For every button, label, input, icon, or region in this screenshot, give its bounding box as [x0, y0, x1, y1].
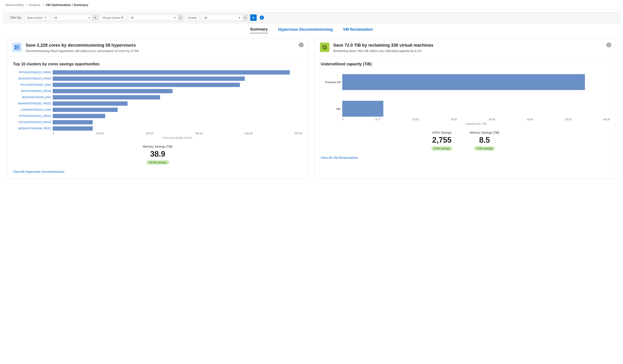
chart-bar-row: RTP/HOSTING031_PROD	[13, 114, 302, 118]
chart-bar-label[interactable]: MUN/HOSTING001_PROD	[13, 102, 51, 105]
chart-bar	[53, 70, 290, 75]
chart-bar	[53, 95, 160, 100]
breadcrumb-item[interactable]: Observability	[5, 3, 24, 7]
metric-value: 38.9	[143, 150, 173, 159]
breadcrumb: Observability / Analyze / VM Optimizatio…	[0, 0, 623, 10]
tab-summary[interactable]: Summary	[250, 26, 267, 33]
filter-value-cluster[interactable]: All▾	[201, 15, 243, 21]
tab-vm-reclamation[interactable]: VM Reclamation	[343, 26, 373, 33]
chart-bar-row: LON/HOSTING023_ENG	[13, 108, 302, 112]
close-icon: ×	[94, 16, 96, 19]
svg-point-4	[301, 44, 302, 45]
tab-hypervisor-decommissioning[interactable]: Hypervisor Decommissioning	[278, 26, 333, 33]
card-settings-button[interactable]	[606, 42, 611, 47]
axis-tick: 68.36	[603, 118, 610, 122]
question-icon: ?	[261, 16, 263, 19]
card-title: Save 72.0 TiB by reclaiming 336 virtual …	[333, 42, 433, 48]
metric-label: vCPU Savings	[431, 131, 452, 134]
card-subtitle: Reclaiming these VMs will reduce your al…	[333, 49, 433, 53]
x-axis-label: hosts.cpu.savings (cores)	[53, 136, 302, 139]
server-icon	[12, 42, 22, 52]
filter-value-virtualcenterip[interactable]: All▾	[128, 15, 178, 21]
chart-bar-track	[53, 70, 302, 75]
chart-bar-track	[53, 120, 302, 124]
axis-tick: 400.00	[245, 132, 253, 136]
axis-tick: 0	[53, 132, 54, 136]
filter-remove-virtualcenterip[interactable]: ×	[178, 15, 183, 21]
breadcrumb-item[interactable]: Analyze	[29, 3, 40, 7]
chart-bar-label[interactable]: RTP/HOSTING013_PROD	[13, 71, 51, 74]
chart-bar-track	[53, 77, 302, 81]
chart-bar-track	[342, 101, 610, 117]
metric-badge: 26.8% savings	[146, 160, 169, 165]
metric-label: Memory Savings (TiB)	[470, 131, 499, 134]
chart-bar-label[interactable]: BOS/HOSTING023_PROD	[13, 77, 51, 80]
chart-bar-label[interactable]: SF/HOSTING003_PROD	[13, 90, 51, 93]
close-icon: ×	[245, 16, 246, 19]
metric-label: Memory Savings (TiB)	[143, 145, 173, 148]
chart-bar-row: NYC/HOSTING007_ENG	[13, 83, 302, 87]
chart-bar-row: NYC/HOSTING015_PROD	[13, 120, 302, 124]
svg-rect-5	[323, 45, 326, 48]
metric-value: 8.5	[470, 136, 499, 145]
help-button[interactable]: ?	[260, 16, 264, 20]
gear-icon	[606, 42, 611, 47]
chart-bar-label[interactable]: RTP/HOSTING031_PROD	[13, 115, 51, 118]
metric-badge: 9.0% savings	[431, 146, 452, 151]
plus-icon: +	[252, 16, 254, 20]
view-all-hypervisors-link[interactable]: View All Hypervisor Decommissions	[13, 170, 64, 173]
chart-bar-label[interactable]: NYC/HOSTING007_ENG	[13, 83, 51, 86]
x-axis-label: capacity.total (TiB)	[342, 122, 610, 125]
filter-key-virtualcenterip[interactable]: Virtual Center IP	[100, 15, 126, 21]
svg-rect-6	[324, 46, 327, 49]
chart-bar	[53, 89, 173, 93]
chart-bar	[53, 108, 118, 112]
chart-bar-label: Idle	[321, 107, 340, 110]
chart-bar-track	[53, 95, 302, 100]
svg-point-2	[16, 46, 16, 46]
chart-bar-row: BOS/HOSTING008_PROD	[13, 126, 302, 131]
axis-tick: 200.00	[145, 132, 153, 136]
chart-bar	[342, 74, 585, 90]
chart-bar-label[interactable]: BOS/HOSTING05_ENG	[13, 96, 51, 99]
x-axis: 0100.00200.00300.00400.00500.00	[53, 132, 302, 136]
tab-bar: Summary Hypervisor Decommissioning VM Re…	[0, 23, 623, 35]
caret-down-icon: ▾	[239, 16, 240, 19]
chart-bar	[53, 126, 93, 131]
metric-badge: 7.9% savings	[474, 146, 495, 151]
filter-key-cluster[interactable]: Cluster	[185, 15, 200, 21]
card-settings-button[interactable]	[299, 42, 304, 47]
chart-title: Underutilized capacity (TiB)	[321, 62, 610, 66]
chart-bar-label[interactable]: NYC/HOSTING015_PROD	[13, 121, 51, 124]
filter-value-datacenter[interactable]: All▾	[51, 15, 92, 21]
chart-bar-row: SF/HOSTING003_PROD	[13, 89, 302, 93]
chart-capacity: Powered OffIdle	[321, 70, 610, 117]
axis-tick: 58.59	[565, 118, 572, 122]
breadcrumb-current: VM Optimization / Summary	[45, 3, 88, 7]
filter-key-datacenter[interactable]: Data Center	[24, 15, 49, 21]
card-hypervisor-savings: Save 2,228 cores by decommissioning 58 h…	[7, 38, 309, 179]
chart-bar-label[interactable]: BOS/HOSTING008_PROD	[13, 127, 51, 130]
add-filter-button[interactable]: +	[250, 14, 257, 21]
chart-bar	[53, 101, 128, 106]
filter-remove-datacenter[interactable]: ×	[92, 15, 98, 21]
x-axis: 09.7719.5329.3039.0648.8358.5968.36	[342, 118, 610, 122]
view-all-reclamations-link[interactable]: View All VM Reclamations	[321, 156, 358, 160]
chart-bar-row: RTP/HOSTING013_PROD	[13, 70, 302, 75]
chart-title: Top 10 clusters by cores savings opportu…	[13, 62, 302, 66]
filter-remove-cluster[interactable]: ×	[243, 15, 248, 21]
axis-tick: 0	[342, 118, 344, 122]
chart-bar-track	[53, 126, 302, 131]
chart-bar	[53, 120, 93, 124]
card-title: Save 2,228 cores by decommissioning 58 h…	[26, 42, 139, 48]
axis-tick: 100.00	[96, 132, 104, 136]
chart-bar-label[interactable]: LON/HOSTING023_ENG	[13, 108, 51, 111]
chart-bar-row: BOS/HOSTING023_PROD	[13, 77, 302, 81]
chart-bar	[53, 114, 105, 118]
chart-bar-label: Powered Off	[321, 81, 340, 84]
chart-bar-track	[53, 108, 302, 112]
chart-bar-row: Powered Off	[321, 74, 610, 90]
chart-bar	[342, 101, 383, 117]
metric-memory-savings: Memory Savings (TiB) 8.5 7.9% savings	[470, 131, 499, 151]
chart-bar-track	[342, 74, 610, 90]
